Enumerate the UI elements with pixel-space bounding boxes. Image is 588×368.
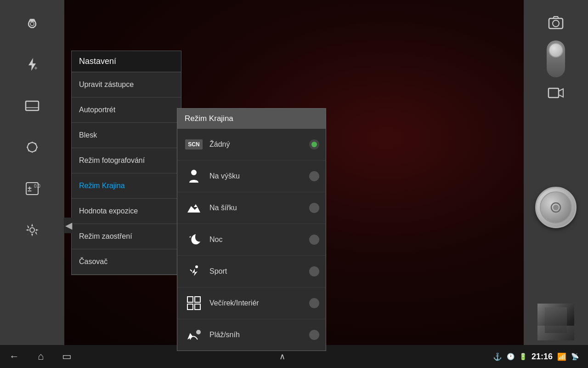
clock-icon: 🕐 [507,353,514,360]
vecirek-radio[interactable] [309,298,319,308]
shutter-inner [540,191,572,224]
plaz-label: Pláž/sníh [209,331,309,339]
dropdown-panel: Režim Krajina SCN Žádný Na výšku Na šíř [177,108,326,351]
settings-item-autoportret[interactable]: Autoportrét [72,98,181,123]
svg-point-24 [195,265,198,268]
portrait-icon [184,166,204,186]
video-icon[interactable] [548,86,564,102]
sport-label: Sport [209,267,309,276]
svg-line-13 [28,144,29,144]
vecirek-label: Večírek/Interiér [209,299,309,307]
svg-rect-28 [187,304,193,310]
recent-nav-icon[interactable]: ▭ [62,351,72,362]
plaz-radio[interactable] [309,330,319,340]
svg-point-21 [191,170,197,175]
shutter-button[interactable] [535,187,577,228]
settings-item-rezim-krajina[interactable]: Režim Krajina [72,173,181,199]
adjust-sidebar-icon[interactable] [18,133,46,161]
settings-header: Nastavení [72,51,181,72]
sport-icon [184,261,204,282]
settings-item-zaostrenei[interactable]: Režim zaostření [72,224,181,249]
screen-sidebar-icon[interactable] [18,92,46,120]
zadny-label: Žádný [209,140,309,149]
noc-radio[interactable] [309,235,319,245]
settings-item-rezim-foto[interactable]: Režim fotografování [72,148,181,173]
settings-item-upravit[interactable]: Upravit zástupce [72,72,181,98]
camera-sidebar-icon[interactable] [18,9,46,37]
party-icon [184,293,204,313]
svg-rect-26 [187,297,193,302]
svg-point-35 [553,205,559,210]
settings-panel: Nastavení Upravit zástupce Autoportrét B… [71,51,181,275]
svg-text:±: ± [28,185,32,193]
landscape-icon [184,198,204,218]
svg-line-14 [35,150,36,151]
svg-text:0.0: 0.0 [34,184,40,189]
svg-point-20 [30,228,34,232]
svg-point-1 [30,22,34,26]
right-sidebar [524,0,588,345]
dropdown-item-nasirku[interactable]: Na šířku [177,192,326,224]
settings-item-casovac[interactable]: Časovač [72,249,181,275]
dropdown-item-sport[interactable]: Sport [177,256,326,288]
dropdown-item-noc[interactable]: Noc [177,224,326,256]
home-nav-icon[interactable]: ⌂ [38,351,44,362]
noc-label: Noc [209,236,309,244]
svg-point-30 [196,330,201,334]
top-camera-icon[interactable] [548,14,564,34]
flash-sidebar-icon[interactable] [18,51,46,78]
toggle-knob [548,43,563,58]
svg-rect-29 [195,304,200,310]
zadny-radio[interactable] [309,139,319,150]
svg-line-25 [190,270,192,271]
dropdown-item-vecirek[interactable]: Večírek/Interiér [177,288,326,319]
svg-line-16 [28,150,29,151]
wifi-icon: 📶 [557,352,566,361]
svg-rect-33 [548,88,559,98]
navysku-label: Na výšku [209,172,309,180]
settings-sidebar-icon[interactable] [18,216,46,244]
status-bar: ⚓ 🕐 🔋 21:16 📶 📡 [493,352,579,362]
dropdown-header: Režim Krajina [177,109,326,129]
svg-marker-23 [189,236,191,238]
svg-rect-27 [195,297,200,302]
settings-item-expozice[interactable]: Hodnota expozice [72,199,181,224]
svg-rect-6 [26,101,39,110]
nasirku-radio[interactable] [309,203,319,213]
thumbnail-image [537,304,574,340]
night-icon [184,230,204,250]
svg-line-15 [35,144,36,144]
back-nav-icon[interactable]: ← [9,351,19,362]
navysku-radio[interactable] [309,171,319,181]
right-top-controls [547,14,565,102]
beach-icon [184,325,204,345]
last-photo-thumbnail[interactable] [537,304,574,340]
zadny-radio-dot [311,142,317,147]
signal-icon: 📡 [571,353,579,360]
exposure-sidebar-icon[interactable]: ± 0.0 [18,175,46,202]
sport-radio[interactable] [309,266,319,276]
settings-item-blesk[interactable]: Blesk [72,123,181,148]
time-display: 21:16 [531,352,553,362]
up-nav-icon[interactable]: ∧ [279,351,285,362]
usb-icon: ⚓ [493,352,502,361]
svg-marker-22 [194,204,198,207]
left-sidebar: ± 0.0 [0,0,64,345]
back-arrow-icon[interactable]: ◀ [64,218,74,233]
dropdown-item-zadny[interactable]: SCN Žádný [177,129,326,161]
scn-icon: SCN [184,134,204,155]
battery-icon: 🔋 [519,353,527,360]
photo-video-toggle[interactable] [547,40,565,77]
dropdown-item-navysku[interactable]: Na výšku [177,161,326,192]
nasirku-label: Na šířku [209,204,309,212]
dropdown-item-plaz[interactable]: Pláž/sníh [177,319,326,351]
svg-point-32 [553,20,559,27]
bottom-nav: ← ⌂ ▭ [9,351,72,362]
